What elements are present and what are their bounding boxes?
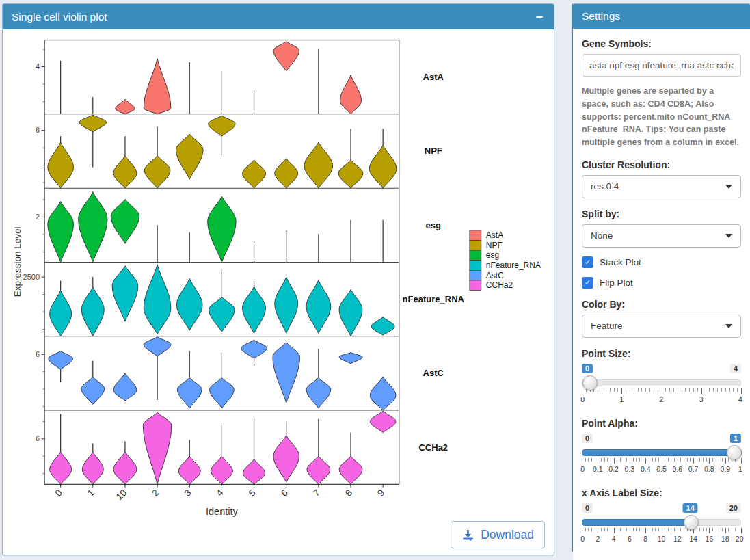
checkbox-checked-icon[interactable]: ✓ xyxy=(582,277,593,289)
violin-shape xyxy=(241,340,267,358)
slider-grid: 00.10.20.30.40.50.60.70.80.91 xyxy=(582,458,741,476)
cluster-resolution-select[interactable]: res.0.4 xyxy=(582,175,741,198)
violin-shape xyxy=(369,145,397,188)
download-icon xyxy=(461,529,474,542)
x-tick-label: 0 xyxy=(53,488,64,498)
grid-tick-minor xyxy=(703,458,704,462)
grid-tick-minor xyxy=(668,528,669,531)
color-by-select[interactable]: Feature xyxy=(582,315,741,338)
color-by-value: Feature xyxy=(591,321,623,331)
violin-shape xyxy=(371,317,394,336)
violin-shape xyxy=(275,159,298,188)
grid-tick-label: 3 xyxy=(699,395,704,403)
violin-plot-body: 4AstA6NPF2esg2500nFeature_RNA6AstC6CCHa2… xyxy=(3,29,554,555)
grid-tick-label: 18 xyxy=(721,535,729,543)
legend-label: CCHa2 xyxy=(486,280,513,290)
legend-swatch xyxy=(470,241,481,251)
grid-tick-minor xyxy=(620,528,621,531)
checkbox-checked-icon[interactable]: ✓ xyxy=(582,256,593,268)
grid-tick-minor xyxy=(665,528,665,531)
violin-shape xyxy=(209,377,234,408)
violin-shape xyxy=(112,266,138,321)
grid-tick-minor xyxy=(595,528,595,531)
violin-shape xyxy=(48,202,74,263)
grid-tick-major xyxy=(598,528,598,533)
violin-shape xyxy=(243,160,266,188)
slider-label: Point Alpha: xyxy=(582,418,741,429)
split-by-select[interactable]: None xyxy=(582,224,741,248)
slider-control[interactable]: 0142002468101214161820 xyxy=(582,503,741,547)
violin-shape xyxy=(48,142,74,188)
violin-shape xyxy=(304,142,332,188)
slider-minmax-badge: 0 xyxy=(582,434,593,443)
violin-shape xyxy=(177,377,202,408)
grid-tick-major xyxy=(598,458,598,464)
grid-tick-minor xyxy=(706,528,707,531)
grid-tick-minor xyxy=(725,388,726,392)
slider-minmax-badge: 4 xyxy=(730,364,741,373)
settings-body: Gene Symbols: Multiple genes are separte… xyxy=(573,29,750,560)
flip-plot-checkbox-row[interactable]: ✓ Flip Plot xyxy=(582,277,741,289)
violin-shape xyxy=(208,196,236,262)
slider-control[interactable]: 0401234 xyxy=(582,364,741,408)
x-tick-label: 7 xyxy=(311,488,322,498)
grid-tick-label: 0 xyxy=(580,465,585,473)
grid-tick-minor xyxy=(658,458,659,462)
grid-tick-minor xyxy=(655,528,656,531)
slider-control[interactable]: 0100.10.20.30.40.50.60.70.80.91 xyxy=(582,434,741,477)
slider-point-alpha-: Point Alpha:0100.10.20.30.40.50.60.70.80… xyxy=(582,418,741,477)
grid-tick-label: 1 xyxy=(738,465,742,473)
slider-handle[interactable] xyxy=(582,375,598,390)
grid-tick-minor xyxy=(709,388,710,392)
grid-tick-minor xyxy=(716,458,716,462)
grid-tick-minor xyxy=(687,458,688,462)
violin-shape xyxy=(81,377,105,404)
grid-tick-minor xyxy=(671,528,671,531)
grid-tick-minor xyxy=(634,388,634,392)
slider-fill-bar xyxy=(582,449,742,456)
grid-tick-minor xyxy=(624,458,624,462)
grid-tick-minor xyxy=(654,388,654,392)
grid-tick-minor xyxy=(712,458,713,462)
grid-tick-minor xyxy=(719,458,719,462)
slider-track[interactable] xyxy=(582,379,741,386)
violin-shape xyxy=(113,155,137,188)
slider-value-badge: 0 xyxy=(582,364,593,373)
grid-tick-minor xyxy=(604,458,605,462)
legend-label: nFeature_RNA xyxy=(486,261,541,270)
grid-tick-major xyxy=(630,458,630,464)
violin-shape xyxy=(144,59,171,114)
facet-label: nFeature_RNA xyxy=(403,294,465,304)
y-tick-label: 6 xyxy=(36,434,40,442)
slider-track[interactable] xyxy=(582,449,741,456)
slider-handle[interactable] xyxy=(684,515,699,530)
grid-tick-minor xyxy=(680,528,681,531)
grid-tick-label: 10 xyxy=(658,535,666,543)
slider-handle[interactable] xyxy=(727,445,742,460)
stack-plot-label: Stack Plot xyxy=(600,257,641,267)
violin-shape xyxy=(209,297,235,332)
grid-tick-minor xyxy=(729,388,730,392)
grid-tick-minor xyxy=(732,528,732,531)
grid-tick-minor xyxy=(684,458,684,462)
download-button[interactable]: Download xyxy=(451,521,545,548)
grid-tick-major xyxy=(582,528,582,533)
slider-track[interactable] xyxy=(582,519,741,526)
violin-shape xyxy=(82,452,103,485)
grid-tick-major xyxy=(741,388,742,394)
grid-tick-minor xyxy=(690,458,691,462)
grid-tick-minor xyxy=(617,458,617,462)
grid-tick-minor xyxy=(602,388,602,392)
violin-shape xyxy=(116,99,135,114)
y-tick-label: 2500 xyxy=(23,273,40,281)
settings-panel: Settings Gene Symbols: Multiple genes ar… xyxy=(572,3,750,552)
grid-tick-label: 12 xyxy=(673,535,682,543)
grid-tick-label: 1 xyxy=(619,395,624,403)
collapse-icon[interactable]: − xyxy=(533,11,545,23)
grid-tick-minor xyxy=(588,458,589,462)
panel-title: Single cell violin plot xyxy=(12,11,107,23)
gene-symbols-input[interactable] xyxy=(582,54,741,77)
stack-plot-checkbox-row[interactable]: ✓ Stack Plot xyxy=(582,256,741,268)
gene-symbols-label: Gene Symbols: xyxy=(582,38,741,49)
grid-tick-minor xyxy=(639,528,640,531)
